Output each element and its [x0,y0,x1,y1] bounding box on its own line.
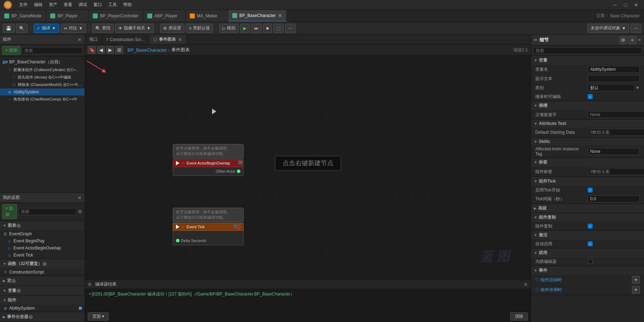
menu-edit[interactable]: 编辑 [31,1,45,8]
menu-tools[interactable]: 工具 [106,1,120,8]
debug-options-btn[interactable]: ⋯ [631,24,641,33]
editable-checkbox[interactable]: ✓ [588,94,593,99]
starting-data-input[interactable] [588,129,644,136]
class-settings-btn[interactable]: ⚙ 类设置 [160,24,184,33]
list-item[interactable]: ↑ 箭头组件 (Arrow) 在C++中编辑 [0,74,85,81]
tab-ma-melee[interactable]: MA_Melee [186,10,228,22]
minimize-button[interactable]: ─ [610,1,620,8]
node1-options-icon[interactable]: ⋯ [238,160,243,165]
save-toolbar-btn[interactable]: 💾 [3,24,15,33]
macros-add-icon[interactable]: ⊕ [11,277,16,284]
camera-btn[interactable]: ⬚ [273,24,284,33]
breadcrumb-root[interactable]: BP_BaseCharacter [127,47,167,53]
skills-header[interactable]: ▼ Skills [531,138,644,145]
sockets-header[interactable]: ▼ 插槽 [531,101,644,110]
blueprint-canvas[interactable]: 点击右键新建节点 此节点被禁用，将不会被调用。从引脚连出引线来编译功能。 ◇ E… [85,56,531,280]
hide-btn[interactable]: 👁 隐藏不相关 ▼ [115,24,154,33]
comp-tags-input[interactable] [588,168,644,175]
diff-btn[interactable]: ⇔ 对比 ▼ [61,24,86,33]
menu-help[interactable]: 帮助 [120,1,135,8]
tab-bp-basecharacter[interactable]: BP_BaseCharacter ✕ [228,10,287,22]
list-item[interactable]: ○ 胶囊体组件 (CollisionCylinder) 在C+... [0,66,85,74]
category-input[interactable] [588,84,635,91]
tab-viewport[interactable]: 视口 [85,35,102,44]
event-graph-close-icon[interactable]: ✕ [178,37,182,42]
close-button[interactable]: ✕ [631,1,641,8]
events-header[interactable]: ▼ 事件 [531,266,644,275]
list-item[interactable]: BP BP_BaseCharacter（自我） [0,58,85,66]
my-blueprint-settings-icon[interactable]: ⚙ [78,209,82,214]
compile-btn[interactable]: ✓ 编译 ▼ [34,24,59,33]
graphs-add-icon[interactable]: ⊕ [16,222,21,229]
tooltip-input[interactable] [588,75,640,82]
compiler-page-btn[interactable]: 页面 ▾ [88,312,109,321]
details-grid-icon[interactable]: ⊞ [619,36,627,44]
tab-bp-player[interactable]: BP_Player [46,10,89,22]
nav-back-btn[interactable]: ◀ [97,46,105,54]
class-defaults-btn[interactable]: ≡ 类默认值 [186,24,213,33]
auto-activate-checkbox[interactable]: ✓ [588,241,593,246]
replication-checkbox[interactable]: ✓ [588,224,593,229]
stop-btn[interactable]: ■ [263,24,272,33]
list-item[interactable]: G EventGraph [0,230,85,237]
graphs-section-header[interactable]: ▼ 图表 ⊕ [0,221,85,230]
tick-start-checkbox[interactable]: ✓ [588,188,593,192]
components-close[interactable]: ✕ [78,37,82,42]
menu-view[interactable]: 查看 [61,1,75,8]
list-item[interactable]: ◇ Event BeginPlay [0,237,85,245]
cooking-header[interactable]: ▼ 烘培 [531,248,644,257]
details-close-icon[interactable]: ✕ [638,38,641,42]
tab-bp-gamemode[interactable]: BP_GameMode [0,10,46,22]
tab-close-basecharacter[interactable]: ✕ [278,13,282,18]
dispatchers-section-header[interactable]: ▶ 事件分发器 ⊕ [0,312,85,322]
step-btn[interactable]: ⏭ [251,24,262,33]
variables-detail-header[interactable]: ▼ 变量 [531,56,644,65]
list-item[interactable]: ◇ Event ActorBeginOverlap [0,245,85,252]
tab-bp-playercontroller[interactable]: BP_PlayerController [89,10,143,22]
component-replication-header[interactable]: ▼ 组件复制 [531,213,644,222]
vars-add-icon[interactable]: ⊕ [16,287,21,294]
tab-abp-player[interactable]: ABP_Player [143,10,186,22]
tick-interval-input[interactable] [588,195,640,202]
node-event-actor-begin-overlap[interactable]: 此节点被禁用，将不会被调用。从引脚连出引线来编译功能。 ◇ Event Acto… [173,144,244,176]
nav-bookmarks-btn[interactable]: 🔖 [88,46,96,54]
attribute-test-header[interactable]: ▼ Attribute Test [531,120,644,127]
compiler-clear-btn[interactable]: 清除 [510,312,528,321]
node-event-tick[interactable]: 此节点被禁用，将不会被调用。从引脚连出引线来编译功能。 ◇ Event Tick… [173,208,244,245]
dispatchers-add-icon[interactable]: ⊕ [28,314,33,320]
menu-asset[interactable]: 资产 [46,1,60,8]
simulate-btn[interactable]: ▷ 模拟 [219,24,239,33]
anim-tag-input[interactable] [588,148,640,155]
components-search-input[interactable] [22,47,82,54]
details-search-input[interactable] [533,47,642,54]
details-filter-icon[interactable]: ≡ [628,36,636,44]
play-btn[interactable]: ▶ [240,24,250,33]
my-blueprint-search-input[interactable] [18,208,76,215]
functions-add-icon[interactable]: ⊕ [42,260,47,267]
node2-options-icon[interactable]: ⋯ [233,224,238,228]
maximize-button[interactable]: □ [621,1,631,8]
browse-btn[interactable]: 🔍 [16,24,28,33]
component-tick-header[interactable]: ▼ 组件Tick [531,177,644,186]
list-item[interactable]: → 角色移动 (CharMoveComp) 在C++中 [0,96,85,103]
more-play-btn[interactable]: ⋯ [285,24,296,33]
menu-file[interactable]: 文件 [16,1,30,8]
list-item[interactable]: ⬡ 网格体 (CharacterMesh0) 在C++中... [0,81,85,88]
find-btn[interactable]: 🔍 查找 [92,24,114,33]
tags-header[interactable]: ▼ 标签 [531,158,644,167]
nav-forward-btn[interactable]: ▶ [106,46,114,54]
components-section-bp-header[interactable]: ▼ 组件 [0,296,85,305]
for-editor-checkbox[interactable] [588,259,593,264]
menu-debug[interactable]: 调试 [76,1,90,8]
tab-event-graph[interactable]: ⬡ 事件图表 ✕ [149,35,187,44]
list-item-ability-system-bp[interactable]: ⊞ AbilitySystem [0,305,85,312]
nav-grid-btn[interactable]: ⊞ [115,46,123,54]
category-dropdown-icon[interactable]: ▼ [636,85,640,90]
list-item-event-tick[interactable]: ◇ Event Tick [0,252,85,259]
debug-target-btn[interactable]: 未选中调试对象 ▼ [587,24,629,33]
activation-header[interactable]: ▼ 激活 [531,231,644,240]
components-add-btn[interactable]: + 添加 [2,46,21,55]
compiler-close-icon[interactable]: ✕ [524,282,528,287]
advanced-header[interactable]: ▶ 高级 [531,204,644,213]
varname-input[interactable] [588,66,640,73]
